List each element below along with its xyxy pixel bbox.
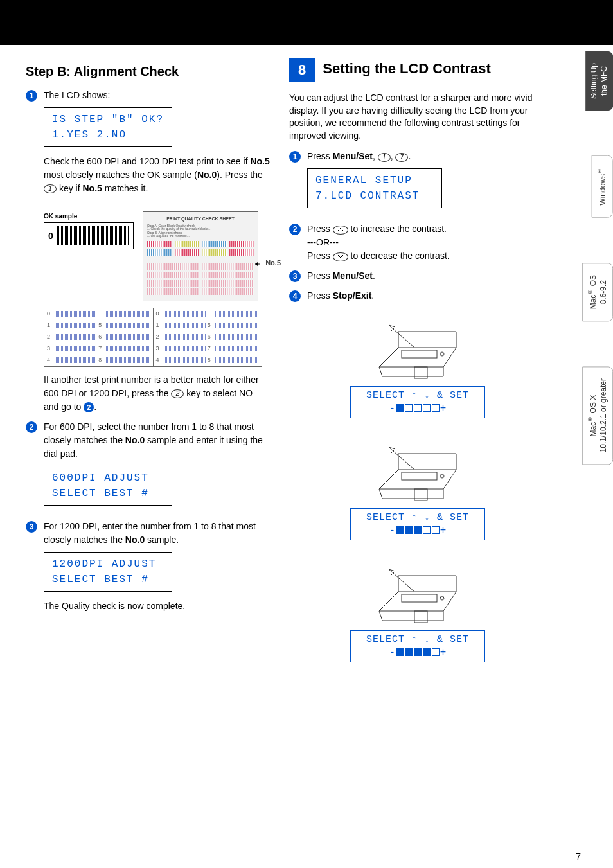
quality-check-sheet: PRINT QUALITY CHECK SHEET Step A: Color … bbox=[143, 211, 258, 301]
lcd-select-level-3: SELECT ↑ ↓ & SET -+ bbox=[350, 508, 485, 540]
svg-rect-3 bbox=[402, 350, 437, 358]
svg-marker-1 bbox=[255, 262, 258, 266]
step-b-heading: Step B: Alignment Check bbox=[26, 64, 270, 79]
step-badge-1: 1 bbox=[26, 90, 37, 102]
ok-sample-label: OK sample bbox=[44, 211, 134, 221]
section-title: Setting the LCD Contrast bbox=[323, 58, 491, 77]
goto-step-2-badge: 2 bbox=[84, 402, 94, 412]
side-tab-windows[interactable]: Windows® bbox=[592, 155, 613, 218]
left-column: Step B: Alignment Check 1 The LCD shows:… bbox=[26, 58, 270, 675]
side-tab-setup[interactable]: Setting Upthe MFC bbox=[585, 51, 613, 111]
side-tab-nav: Setting Upthe MFC Windows® Mac® OS8.6-9.… bbox=[582, 51, 613, 465]
lcd-display-600dpi: 600DPI ADJUST SELECT BEST # bbox=[44, 466, 172, 506]
step1-paragraph: Check the 600 DPI and 1200 DPI test prin… bbox=[44, 155, 270, 195]
header-bar bbox=[0, 0, 613, 45]
finish-text: The Quality check is now complete. bbox=[44, 599, 270, 613]
step1-intro: The LCD shows: bbox=[44, 90, 110, 100]
lcd-display-step-b-ok: IS STEP "B" OK? 1.YES 2.NO bbox=[44, 107, 172, 147]
no5-label: No.5 bbox=[265, 258, 281, 269]
side-tab-mac-classic[interactable]: Mac® OS8.6-9.2 bbox=[582, 263, 613, 321]
key-1-icon: 1 bbox=[378, 153, 391, 162]
ok-sample-stripes bbox=[57, 226, 129, 245]
lcd-display-1200dpi: 1200DPI ADJUST SELECT BEST # bbox=[44, 552, 172, 592]
alignment-sample-table: 0 15 26 37 48 0 15 26 37 48 bbox=[44, 308, 262, 367]
lcd-select-level-4: SELECT ↑ ↓ & SET -+ bbox=[350, 630, 485, 662]
mfc-unit-illustration-2 bbox=[366, 431, 469, 508]
up-key-icon bbox=[333, 226, 348, 235]
mfc-unit-illustration-1 bbox=[366, 309, 469, 386]
step-badge-2: 2 bbox=[26, 421, 37, 433]
svg-point-12 bbox=[440, 596, 444, 600]
section-number-box: 8 bbox=[289, 58, 315, 82]
right-step-badge-3: 3 bbox=[289, 270, 301, 282]
key-1-icon: 1 bbox=[44, 184, 57, 193]
mfc-unit-illustration-3 bbox=[366, 553, 469, 630]
right-column: 8 Setting the LCD Contrast You can adjus… bbox=[289, 58, 546, 675]
right-step-badge-4: 4 bbox=[289, 290, 301, 302]
down-key-icon bbox=[333, 252, 348, 261]
lcd-select-level-1: SELECT ↑ ↓ & SET -+ bbox=[350, 386, 485, 418]
lcd-display-general-setup: GENERAL SETUP 7.LCD CONTRAST bbox=[307, 168, 442, 208]
alignment-illustration: OK sample 0 PRINT QUALITY CHECK SHEET St… bbox=[44, 211, 270, 301]
key-2-icon: 2 bbox=[171, 389, 184, 398]
step-badge-3: 3 bbox=[26, 521, 37, 533]
page-number: 7 bbox=[576, 851, 581, 862]
svg-rect-7 bbox=[402, 472, 437, 480]
svg-point-8 bbox=[440, 474, 444, 478]
step1-paragraph2: If another test print number is a better… bbox=[44, 373, 270, 414]
key-7-icon: 7 bbox=[395, 153, 408, 162]
svg-rect-11 bbox=[402, 594, 437, 602]
contrast-intro: You can adjust the LCD contrast for a sh… bbox=[289, 92, 546, 142]
right-step-badge-1: 1 bbox=[289, 151, 301, 163]
side-tab-mac-osx[interactable]: Mac® OS X10.1/10.2.1 or greater bbox=[582, 366, 613, 465]
right-step-badge-2: 2 bbox=[289, 224, 301, 235]
svg-point-4 bbox=[440, 352, 444, 356]
